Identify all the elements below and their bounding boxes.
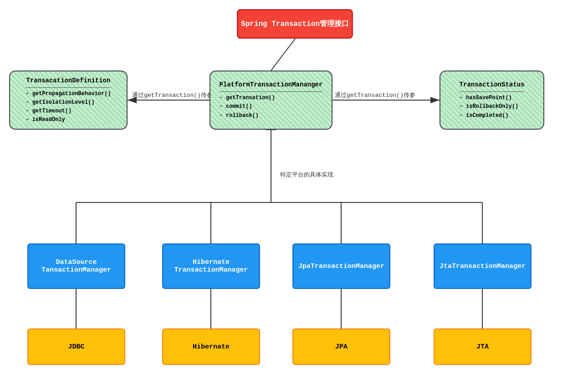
- platform-transaction-node: PlatformTransactionMananger - getTransat…: [210, 71, 332, 130]
- hibernate-node: Hibernate: [162, 328, 260, 365]
- platform-transaction-methods: - getTransation() - commit() - rollback(…: [220, 94, 323, 120]
- hibernate-tm-node: HibernateTransactionManager: [162, 243, 260, 289]
- jta-tm-label: JtaTransactionManager: [440, 263, 526, 270]
- transaction-definition-node: TransacationDefinition - getPropagationB…: [9, 71, 128, 130]
- jpa-tm-label: JpaTransactionManager: [298, 263, 384, 270]
- transaction-status-title: TransactionStatus: [460, 80, 525, 92]
- svg-line-0: [271, 39, 295, 71]
- transaction-definition-title: TransacationDefinition: [26, 76, 111, 88]
- transaction-status-node: TransactionStatus - hasSavePoint() - isR…: [440, 71, 544, 130]
- datasource-tm-node: DataSourceTansactionManager: [27, 243, 125, 289]
- jpa-node: JPA: [292, 328, 390, 365]
- platform-transaction-title: PlatformTransactionMananger: [220, 80, 323, 92]
- jta-node: JTA: [434, 328, 532, 365]
- transaction-definition-methods: - getPropagationBehavior() - getIsolatio…: [26, 90, 111, 125]
- spring-transaction-label: Spring Transaction管理接口: [241, 19, 349, 29]
- jdbc-node: JDBC: [27, 328, 125, 365]
- spring-transaction-node: Spring Transaction管理接口: [237, 9, 353, 39]
- transaction-status-methods: - hasSavePoint() - isRollbackOnly() - is…: [460, 94, 525, 120]
- impl-label: 特定平台的具体实现: [280, 171, 333, 179]
- diagram: Spring Transaction管理接口 TransacationDefin…: [0, 0, 588, 379]
- jta-label: JTA: [476, 343, 489, 351]
- hibernate-label: Hibernate: [193, 343, 230, 351]
- jdbc-label: JDBC: [68, 343, 84, 351]
- hibernate-tm-label: HibernateTransactionManager: [174, 258, 248, 274]
- jta-tm-node: JtaTransactionManager: [434, 243, 532, 289]
- jpa-label: JPA: [335, 343, 348, 351]
- left-arrow-label: 通过getTransaction()传参: [132, 91, 213, 99]
- connections-svg: [0, 0, 588, 379]
- right-arrow-label: 通过getTransaction()传参: [335, 91, 415, 99]
- datasource-tm-label: DataSourceTansactionManager: [41, 258, 111, 274]
- jpa-tm-node: JpaTransactionManager: [292, 243, 390, 289]
